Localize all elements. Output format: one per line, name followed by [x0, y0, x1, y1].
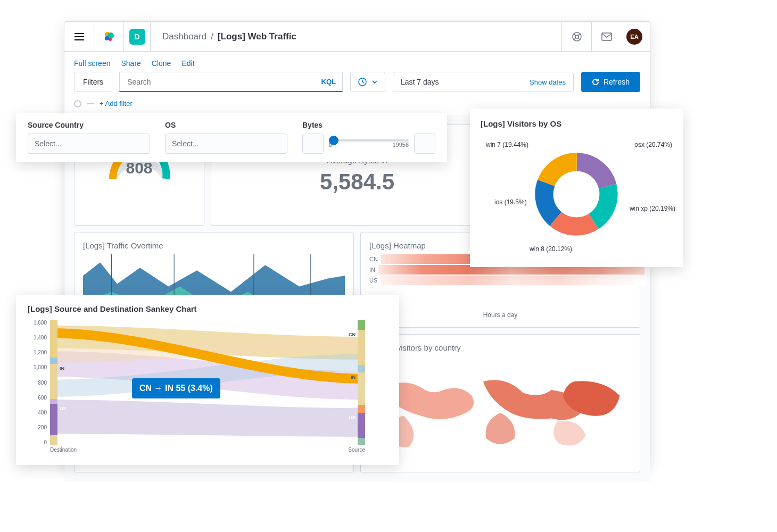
- app-tab[interactable]: D: [124, 22, 151, 52]
- svg-point-3: [109, 38, 112, 41]
- svg-point-21: [556, 174, 597, 214]
- edit-link[interactable]: Edit: [181, 59, 194, 68]
- date-range[interactable]: Last 7 days Show dates: [393, 72, 574, 92]
- help-button[interactable]: [561, 22, 591, 52]
- source-country-label: Source Country: [28, 121, 150, 129]
- os-label: OS: [165, 121, 287, 129]
- menu-button[interactable]: [64, 22, 94, 52]
- slider-thumb[interactable]: [329, 136, 338, 145]
- app-badge: D: [129, 29, 145, 45]
- topbar: D Dashboard / [Logs] Web Traffic EA: [64, 22, 650, 52]
- clone-link[interactable]: Clone: [152, 59, 171, 68]
- sankey-title: [Logs] Source and Destination Sankey Cha…: [28, 304, 387, 313]
- refresh-button[interactable]: Refresh: [581, 72, 640, 92]
- svg-point-2: [105, 36, 109, 40]
- donut-chart: [534, 152, 619, 237]
- elastic-logo-icon: [103, 30, 115, 43]
- sankey-chart: 02004006008001,0001,2001,4001,600 IN US: [28, 320, 387, 453]
- clock-icon: [358, 78, 367, 86]
- source-country-select[interactable]: Select...: [28, 134, 150, 154]
- filter-pill-icon: [74, 100, 81, 107]
- action-bar: Full screen Share Clone Edit: [64, 52, 650, 72]
- avatar[interactable]: EA: [626, 29, 642, 45]
- os-select[interactable]: Select...: [165, 134, 287, 154]
- donut-label-osx: osx (20.74%): [634, 141, 672, 148]
- breadcrumb-root[interactable]: Dashboard: [162, 31, 206, 42]
- filters-button[interactable]: Filters: [74, 72, 112, 92]
- world-map: [369, 356, 631, 463]
- sankey-y-axis: 02004006008001,0001,2001,4001,600: [28, 320, 47, 445]
- sankey-left-axis: Destination: [50, 447, 77, 453]
- avg-bytes-value: 5,584.5: [320, 169, 394, 195]
- breadcrumb-current: [Logs] Web Traffic: [218, 31, 296, 42]
- elastic-logo[interactable]: [94, 22, 124, 52]
- donut-label-winxp: win xp (20.19%): [630, 205, 675, 212]
- sankey-dest-bar: CN IN US: [358, 320, 365, 445]
- share-link[interactable]: Share: [121, 59, 140, 68]
- filter-row: Filters KQL Last 7 days Show dates Refre…: [64, 72, 650, 97]
- bytes-slider[interactable]: [329, 139, 409, 142]
- add-filter-link[interactable]: + Add filter: [100, 99, 133, 107]
- fullscreen-link[interactable]: Full screen: [74, 59, 110, 68]
- lifebuoy-icon: [572, 31, 582, 42]
- filter-controls-card: Source Country Select... OS Select... By…: [16, 113, 447, 162]
- visitors-by-os-card: [Logs] Visitors by OS win 7 (19.44%) osx…: [470, 109, 683, 267]
- show-dates-link[interactable]: Show dates: [530, 78, 566, 86]
- sankey-source-bar: IN US: [50, 320, 57, 445]
- mail-icon: [601, 32, 612, 41]
- visitors-os-title: [Logs] Visitors by OS: [481, 119, 672, 128]
- search-input[interactable]: [126, 77, 321, 87]
- breadcrumb: Dashboard / [Logs] Web Traffic: [151, 31, 561, 42]
- refresh-icon: [592, 78, 599, 86]
- svg-rect-6: [602, 33, 611, 40]
- sankey-right-axis: Source: [348, 447, 365, 453]
- bytes-min-input[interactable]: [302, 134, 324, 154]
- mail-button[interactable]: [591, 22, 621, 52]
- donut-label-win8: win 8 (20.12%): [530, 245, 572, 253]
- chevron-down-icon: [372, 80, 377, 84]
- bytes-max-input[interactable]: [414, 134, 435, 154]
- sankey-tooltip: CN → IN 55 (3.4%): [132, 378, 220, 398]
- sankey-card: [Logs] Source and Destination Sankey Cha…: [16, 295, 399, 465]
- donut-label-ios: ios (19.5%): [494, 198, 527, 206]
- search-box: KQL: [119, 72, 343, 92]
- panel-visitors-by-country: Unique visitors by country: [360, 334, 640, 472]
- bytes-label: Bytes: [302, 121, 435, 129]
- date-quick-button[interactable]: [350, 72, 385, 92]
- donut-label-win7: win 7 (19.44%): [486, 141, 528, 148]
- kql-badge[interactable]: KQL: [321, 78, 336, 86]
